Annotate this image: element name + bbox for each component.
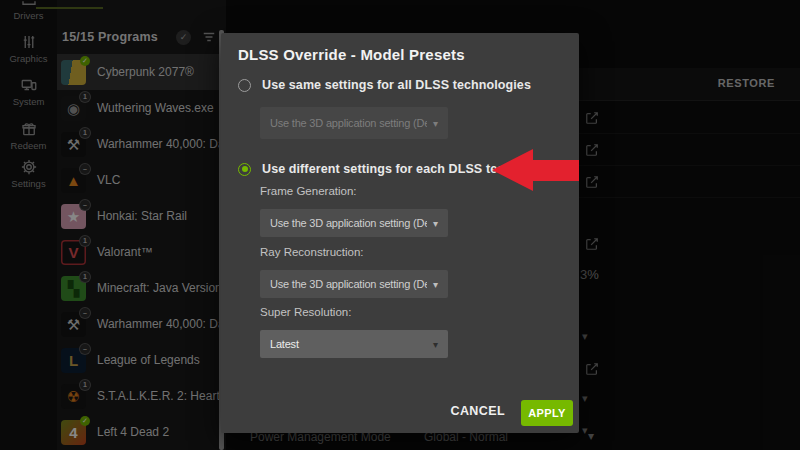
dialog-title: DLSS Override - Model Presets: [238, 46, 465, 63]
frame-generation-dropdown[interactable]: Use the 3D application setting (De… ▾: [260, 209, 448, 237]
arrow-shaft: [532, 160, 579, 181]
dropdown-value: Use the 3D application setting (De…: [270, 117, 427, 129]
field-label: Ray Reconstruction:: [260, 246, 364, 258]
field-label: Frame Generation:: [260, 185, 357, 197]
chevron-down-icon: ▾: [433, 118, 438, 129]
dlss-override-dialog: DLSS Override - Model Presets Use same s…: [221, 33, 579, 433]
field-label: Super Resolution:: [260, 306, 351, 318]
radio-button-icon[interactable]: [238, 79, 251, 92]
chevron-down-icon: ▾: [433, 339, 438, 350]
dropdown-value: Use the 3D application setting (De…: [270, 217, 427, 229]
chevron-down-icon: ▾: [433, 218, 438, 229]
super-resolution-dropdown[interactable]: Latest ▾: [260, 330, 448, 358]
chevron-down-icon: ▾: [433, 279, 438, 290]
arrow-head: [492, 149, 533, 191]
ray-reconstruction-dropdown[interactable]: Use the 3D application setting (De… ▾: [260, 270, 448, 298]
dropdown-value: Latest: [270, 338, 427, 350]
radio-option-same-settings[interactable]: Use same settings for all DLSS technolog…: [238, 77, 565, 93]
apply-button[interactable]: APPLY: [521, 400, 573, 426]
nvidia-app-window: Drivers Graphics System Redeem Settings …: [0, 0, 800, 450]
dropdown-value: Use the 3D application setting (De…: [270, 278, 427, 290]
radio-option-label: Use same settings for all DLSS technolog…: [262, 78, 531, 92]
shared-setting-dropdown: Use the 3D application setting (De… ▾: [260, 107, 448, 139]
cancel-button[interactable]: CANCEL: [451, 404, 505, 418]
radio-button-icon[interactable]: [238, 163, 251, 176]
